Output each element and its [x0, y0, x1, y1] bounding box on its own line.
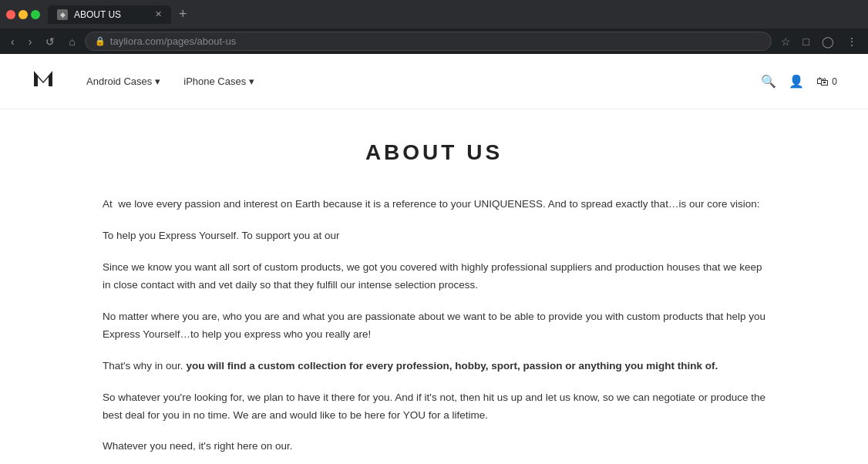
refresh-button[interactable]: ↺ — [41, 32, 59, 51]
lock-icon: 🔒 — [95, 36, 106, 46]
address-path: /pages/about-us — [164, 35, 236, 47]
android-cases-label: Android Cases — [86, 76, 152, 87]
iphone-cases-label: iPhone Cases — [183, 76, 246, 87]
paragraph-1: At we love every passion and interest on… — [103, 196, 765, 214]
tab-favicon: ◆ — [57, 9, 68, 20]
website-content: Android Cases ▾ iPhone Cases ▾ 🔍 👤 🛍 0 — [0, 54, 868, 464]
nav-menu: Android Cases ▾ iPhone Cases ▾ — [86, 76, 254, 87]
address-text: tayliora.com/pages/about-us — [110, 35, 236, 47]
profile-button[interactable]: ◯ — [817, 32, 839, 51]
site-navigation: Android Cases ▾ iPhone Cases ▾ 🔍 👤 🛍 0 — [0, 54, 868, 109]
cart-button[interactable]: 🛍 0 — [816, 75, 837, 89]
search-button[interactable]: 🔍 — [761, 74, 776, 89]
android-cases-menu[interactable]: Android Cases ▾ — [86, 76, 160, 87]
paragraph-7: Whatever you need, it's right here on ou… — [103, 438, 765, 456]
tab-group: ◆ ABOUT US ✕ + — [48, 5, 192, 24]
paragraph-2: To help you Express Yourself. To support… — [103, 227, 765, 245]
new-tab-button[interactable]: + — [174, 5, 192, 24]
minimize-button[interactable] — [19, 10, 28, 19]
site-logo[interactable] — [31, 66, 56, 96]
home-button[interactable]: ⌂ — [64, 32, 79, 51]
search-icon: 🔍 — [761, 74, 776, 89]
android-chevron-icon: ▾ — [155, 76, 160, 87]
close-button[interactable] — [6, 10, 15, 19]
tab-close-button[interactable]: ✕ — [155, 9, 162, 19]
paragraph-5: That's why in our. you will find a custo… — [103, 358, 765, 375]
page-title: ABOUT US — [103, 140, 765, 165]
cart-icon: 🛍 — [816, 75, 829, 89]
browser-window: ◆ ABOUT US ✕ + ‹ › ↺ ⌂ 🔒 tayliora.com/pa… — [0, 0, 868, 464]
toolbar-right: ☆ □ ◯ ⋮ — [776, 32, 862, 51]
iphone-cases-menu[interactable]: iPhone Cases ▾ — [183, 76, 254, 87]
tab-title: ABOUT US — [74, 9, 121, 20]
address-domain: tayliora.com — [110, 35, 164, 47]
iphone-chevron-icon: ▾ — [249, 76, 254, 87]
account-icon: 👤 — [789, 74, 804, 89]
active-tab[interactable]: ◆ ABOUT US ✕ — [48, 5, 171, 24]
cart-count: 0 — [832, 76, 837, 87]
paragraph-6: So whatever you're looking for, we plan … — [103, 389, 765, 425]
paragraph-4: No matter where you are, who you are and… — [103, 308, 765, 344]
forward-button[interactable]: › — [24, 32, 37, 51]
main-content: ABOUT US At we love every passion and in… — [87, 109, 781, 464]
address-bar[interactable]: 🔒 tayliora.com/pages/about-us — [85, 32, 772, 51]
window-controls — [6, 10, 40, 19]
browser-titlebar: ◆ ABOUT US ✕ + — [0, 0, 868, 29]
nav-icons: 🔍 👤 🛍 0 — [761, 74, 837, 89]
menu-button[interactable]: ⋮ — [842, 32, 862, 51]
about-section: At we love every passion and interest on… — [103, 196, 765, 456]
bold-text: you will find a custom collection for ev… — [186, 360, 718, 372]
extensions-button[interactable]: □ — [799, 32, 814, 51]
browser-toolbar: ‹ › ↺ ⌂ 🔒 tayliora.com/pages/about-us ☆ … — [0, 29, 868, 54]
back-button[interactable]: ‹ — [6, 32, 19, 51]
bookmark-button[interactable]: ☆ — [776, 32, 796, 51]
account-button[interactable]: 👤 — [789, 74, 804, 89]
maximize-button[interactable] — [31, 10, 40, 19]
paragraph-3: Since we know you want all sort of custo… — [103, 259, 765, 294]
